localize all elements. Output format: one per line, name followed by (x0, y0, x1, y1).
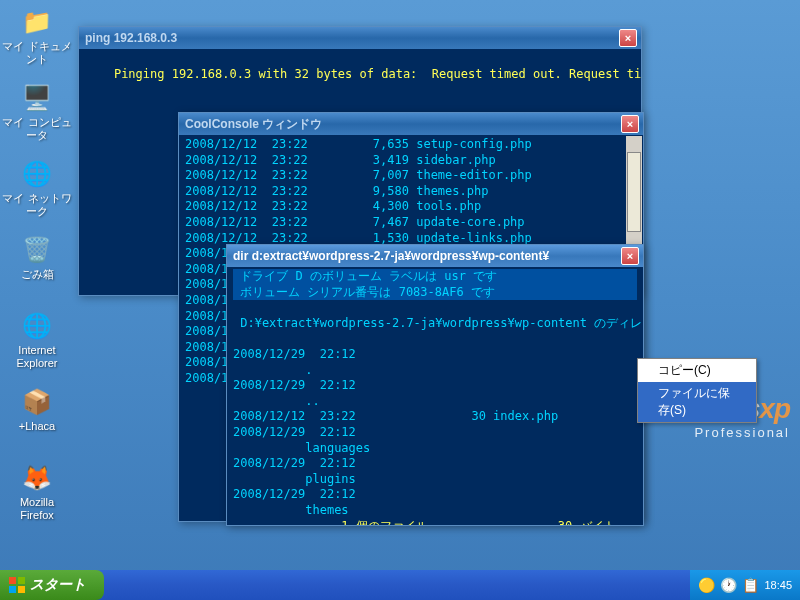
desktop-icon[interactable]: 🖥️マイ コンピュータ (2, 82, 72, 142)
ping-titlebar[interactable]: ping 192.168.0.3 × (79, 27, 641, 49)
start-label: スタート (30, 576, 86, 594)
icon-label: マイ コンピュータ (2, 116, 72, 142)
icon-label: マイ ネットワーク (2, 192, 72, 218)
svg-rect-1 (18, 577, 25, 584)
desktop-icon[interactable]: 📦+Lhaca (2, 386, 72, 433)
desktop-icon[interactable]: 🦊Mozilla Firefox (2, 462, 72, 522)
app-icon: 🗑️ (21, 234, 53, 266)
app-icon: 📁 (21, 6, 53, 38)
icon-label: Internet Explorer (2, 344, 72, 370)
svg-rect-0 (9, 577, 16, 584)
svg-rect-2 (9, 586, 16, 593)
ping-title: ping 192.168.0.3 (85, 31, 177, 45)
app-icon: 🌐 (21, 310, 53, 342)
tray-icon[interactable]: 🟡 (698, 577, 714, 593)
system-tray: 🟡 🕐 📋 18:45 (690, 570, 800, 600)
context-menu: コピー(C)ファイルに保存(S) (637, 358, 757, 423)
taskbar: スタート 🟡 🕐 📋 18:45 (0, 570, 800, 600)
context-menu-item[interactable]: コピー(C) (638, 359, 756, 382)
close-icon[interactable]: × (621, 115, 639, 133)
svg-rect-3 (18, 586, 25, 593)
coolconsole-titlebar[interactable]: CoolConsole ウィンドウ × (179, 113, 643, 135)
start-button[interactable]: スタート (0, 570, 104, 600)
desktop-icon[interactable]: 🌐Internet Explorer (2, 310, 72, 370)
coolconsole-title: CoolConsole ウィンドウ (185, 116, 322, 133)
icon-label: +Lhaca (2, 420, 72, 433)
close-icon[interactable]: × (619, 29, 637, 47)
clock[interactable]: 18:45 (764, 579, 792, 591)
windows-logo-icon (8, 576, 26, 594)
dir-window[interactable]: dir d:extract¥wordpress-2.7-ja¥wordpress… (226, 244, 644, 526)
desktop-icon[interactable]: 📁マイ ドキュメント (2, 6, 72, 66)
dir-titlebar[interactable]: dir d:extract¥wordpress-2.7-ja¥wordpress… (227, 245, 643, 267)
app-icon: 📦 (21, 386, 53, 418)
icon-label: マイ ドキュメント (2, 40, 72, 66)
dir-output: ドライブ D のボリューム ラベルは usr です ボリューム シリアル番号は … (227, 267, 643, 525)
icon-label: ごみ箱 (2, 268, 72, 281)
desktop-icon[interactable]: 🌐マイ ネットワーク (2, 158, 72, 218)
app-icon: 🖥️ (21, 82, 53, 114)
tray-icon[interactable]: 📋 (742, 577, 758, 593)
close-icon[interactable]: × (621, 247, 639, 265)
scrollbar-thumb[interactable] (627, 152, 641, 232)
tray-icon[interactable]: 🕐 (720, 577, 736, 593)
dir-title: dir d:extract¥wordpress-2.7-ja¥wordpress… (233, 249, 549, 263)
app-icon: 🌐 (21, 158, 53, 190)
desktop-icon[interactable]: 🗑️ごみ箱 (2, 234, 72, 281)
icon-label: Mozilla Firefox (2, 496, 72, 522)
context-menu-item[interactable]: ファイルに保存(S) (638, 382, 756, 422)
app-icon: 🦊 (21, 462, 53, 494)
